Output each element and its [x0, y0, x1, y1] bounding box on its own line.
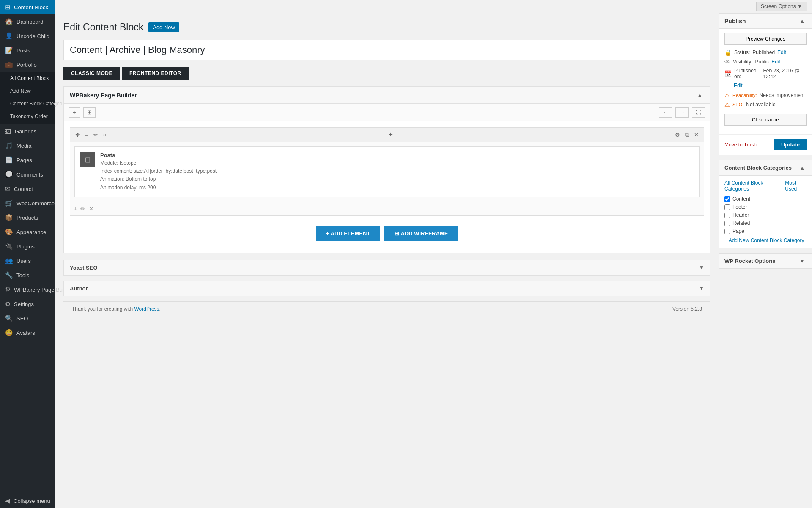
category-checkbox-header[interactable] [724, 213, 730, 218]
add-new-category-link[interactable]: + Add New Content Block Category [724, 237, 807, 243]
pages-icon: 📄 [5, 156, 13, 164]
wordpress-link[interactable]: WordPress [134, 306, 159, 312]
add-element-button[interactable]: + ADD ELEMENT [316, 226, 381, 241]
seo-icon: 🔍 [5, 315, 13, 322]
submenu-all-content-block[interactable]: All Content Block [0, 72, 55, 85]
sidebar-item-dashboard[interactable]: 🏠 Dashboard [0, 14, 55, 29]
row-toolbar-right: ⚙ ⧉ ✕ [673, 131, 700, 139]
category-label-footer: Footer [732, 204, 747, 210]
submenu-categories[interactable]: Content Block Categories [0, 97, 55, 110]
category-checkbox-related[interactable] [724, 221, 730, 226]
published-label: Published on: [734, 68, 760, 80]
grid-view-button[interactable]: ⊞ [83, 107, 96, 118]
classic-mode-button[interactable]: CLASSIC MODE [63, 67, 120, 80]
category-checkbox-footer[interactable] [724, 204, 730, 210]
sidebar-item-seo[interactable]: 🔍 SEO [0, 311, 55, 326]
row-copy-button[interactable]: ⧉ [683, 131, 691, 139]
sidebar-item-contact[interactable]: ✉ Contact [0, 182, 55, 196]
update-button[interactable]: Update [774, 139, 807, 150]
sidebar-item-appearance[interactable]: 🎨 Appearance [0, 225, 55, 239]
sidebar-item-woocommerce[interactable]: 🛒 WooCommerce [0, 196, 55, 210]
row-edit-button[interactable]: ✏ [92, 131, 100, 139]
wpbakery-icon: ⚙ [5, 286, 11, 293]
sidebar-item-settings[interactable]: ⚙ Settings [0, 297, 55, 311]
clear-cache-button[interactable]: Clear cache [724, 114, 807, 126]
sidebar-item-galleries[interactable]: 🖼 Galleries [0, 124, 55, 138]
categories-header[interactable]: Content Block Categories ▲ [719, 160, 812, 176]
row-radio-button[interactable]: ○ [102, 131, 108, 139]
publish-box: Publish ▲ Preview Changes 🔒 Status: Publ… [719, 13, 812, 155]
sidebar-item-products[interactable]: 📦 Products [0, 210, 55, 225]
plugins-icon: 🔌 [5, 243, 13, 250]
category-checkbox-page[interactable] [724, 229, 730, 234]
seo-link[interactable]: SEO: [732, 102, 743, 107]
preview-changes-button[interactable]: Preview Changes [724, 33, 807, 45]
most-used-link[interactable]: Most Used [785, 180, 807, 192]
seo-row: ⚠ SEO: Not available [724, 101, 807, 108]
category-label-content: Content [732, 196, 750, 202]
rocket-collapse-button[interactable]: ▼ [798, 257, 807, 265]
undo-button[interactable]: ← [659, 107, 672, 118]
sidebar-item-avatars[interactable]: 😀 Avatars [0, 326, 55, 340]
sidebar-item-uncode-child[interactable]: 👤 Uncode Child [0, 29, 55, 43]
visibility-value: Public [755, 59, 769, 65]
category-checkbox-content[interactable] [724, 196, 730, 202]
uncode-icon: 👤 [5, 32, 13, 40]
sidebar-item-comments[interactable]: 💬 Comments [0, 167, 55, 182]
row-close-button[interactable]: ✕ [692, 131, 700, 139]
submenu-taxonomy[interactable]: Taxonomy Order [0, 110, 55, 123]
add-wireframe-button[interactable]: ⊞ ADD WIREFRAME [384, 226, 458, 241]
sidebar-item-posts[interactable]: 📝 Posts [0, 43, 55, 58]
all-categories-link[interactable]: All Content Block Categories [724, 180, 782, 192]
frontend-editor-button[interactable]: FRONTEND EDITOR [122, 67, 189, 80]
row-move-button[interactable]: ✥ [74, 131, 82, 139]
visibility-edit-link[interactable]: Edit [771, 59, 780, 65]
sidebar-item-portfolio[interactable]: 💼 Portfolio [0, 58, 55, 72]
categories-collapse-button[interactable]: ▲ [798, 164, 807, 172]
readability-link[interactable]: Readability: [732, 93, 757, 98]
add-new-button[interactable]: Add New [148, 22, 179, 32]
panel-body: ✥ ≡ ✏ ○ + ⚙ ⧉ ✕ [64, 121, 710, 253]
row-settings-button[interactable]: ⚙ [673, 131, 682, 139]
visibility-icon: 👁 [724, 58, 730, 65]
column-add-button[interactable]: + [74, 205, 77, 212]
tools-icon: 🔧 [5, 271, 13, 279]
published-edit-link[interactable]: Edit [734, 83, 743, 88]
column-edit-button[interactable]: ✏ [80, 205, 85, 212]
status-label: Status: [734, 50, 750, 55]
submenu-add-new[interactable]: Add New [0, 85, 55, 97]
add-row-button[interactable]: + [69, 107, 80, 118]
wpbakery-panel-header[interactable]: WPBakery Page Builder ▲ [64, 87, 710, 104]
category-label-related: Related [732, 220, 750, 226]
sidebar-item-media[interactable]: 🎵 Media [0, 138, 55, 153]
vc-column: ⊞ Posts Module: Isotope Index content: s… [70, 142, 704, 202]
categories-body: All Content Block Categories Most Used C… [719, 176, 812, 248]
galleries-icon: 🖼 [5, 128, 11, 135]
page-header: Edit Content Block Add New [63, 22, 710, 33]
status-edit-link[interactable]: Edit [777, 50, 786, 55]
rocket-header[interactable]: WP Rocket Options ▼ [719, 254, 812, 268]
add-element-center-button[interactable]: + [387, 130, 395, 140]
sidebar-item-plugins[interactable]: 🔌 Plugins [0, 239, 55, 254]
row-toolbar-left: ✥ ≡ ✏ ○ [74, 131, 108, 139]
posts-element: ⊞ Posts Module: Isotope Index content: s… [74, 146, 700, 197]
sidebar-item-tools[interactable]: 🔧 Tools [0, 268, 55, 282]
column-remove-button[interactable]: ✕ [89, 205, 94, 212]
row-toggle-button[interactable]: ≡ [83, 131, 90, 139]
sidebar-item-content-block[interactable]: ⊞ Content Block [0, 0, 55, 14]
collapse-menu-button[interactable]: ◀ Collapse menu [0, 494, 55, 508]
vc-row-toolbar: ✥ ≡ ✏ ○ + ⚙ ⧉ ✕ [70, 128, 704, 142]
panel-header-actions: ▲ [695, 91, 704, 99]
redo-button[interactable]: → [675, 107, 689, 118]
fullscreen-button[interactable]: ⛶ [692, 107, 705, 118]
post-title-input[interactable] [63, 40, 710, 60]
move-to-trash-link[interactable]: Move to Trash [724, 142, 757, 148]
screen-options-button[interactable]: Screen Options ▼ [756, 2, 807, 11]
author-panel-header[interactable]: Author ▼ [64, 281, 710, 296]
sidebar-item-wpbakery[interactable]: ⚙ WPBakery Page Builder [0, 282, 55, 297]
sidebar-item-users[interactable]: 👥 Users [0, 254, 55, 268]
yoast-panel-header[interactable]: Yoast SEO ▼ [64, 260, 710, 275]
publish-collapse-button[interactable]: ▲ [798, 17, 807, 25]
sidebar-item-pages[interactable]: 📄 Pages [0, 153, 55, 167]
panel-collapse-button[interactable]: ▲ [695, 91, 704, 99]
